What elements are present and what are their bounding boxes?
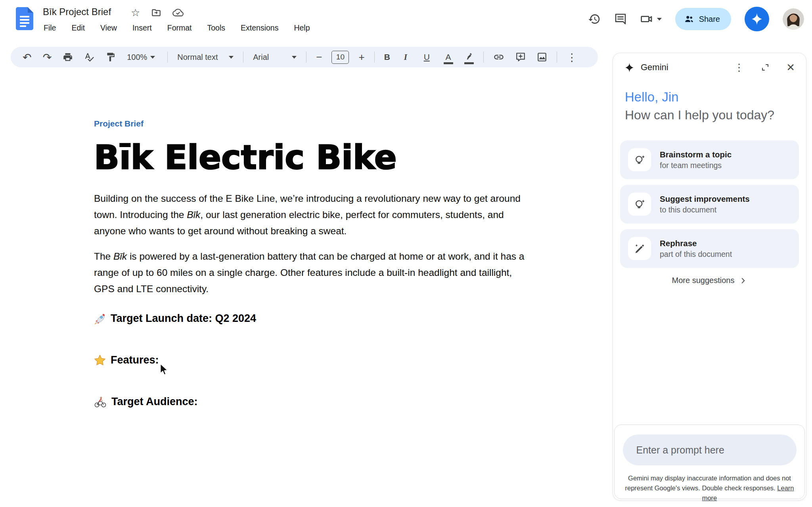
font-size-input[interactable]: 10: [331, 51, 349, 64]
document-title[interactable]: Bīk Project Brief: [43, 6, 111, 17]
undo-icon[interactable]: ↶: [21, 50, 33, 64]
comments-icon[interactable]: [614, 13, 627, 25]
menu-extensions[interactable]: Extensions: [239, 22, 280, 34]
menu-format[interactable]: Format: [166, 22, 193, 34]
style-value: Normal text: [177, 53, 218, 62]
gemini-panel-title: Gemini: [641, 62, 668, 73]
highlight-color-button[interactable]: [463, 51, 475, 63]
chevron-right-icon: [739, 277, 747, 285]
version-history-icon[interactable]: [588, 13, 601, 25]
gemini-disclaimer: Gemini may display inaccurate informatio…: [622, 473, 797, 503]
document-canvas[interactable]: Project Brief Bīk Electric Bike Building…: [0, 67, 611, 507]
cyclist-emoji-icon: [94, 396, 107, 408]
zoom-select[interactable]: 100%: [125, 51, 159, 63]
gemini-prompt-section: Gemini may display inaccurate informatio…: [614, 425, 805, 499]
videocam-icon: [640, 13, 653, 25]
font-value: Arial: [253, 53, 269, 62]
target-audience-heading: Target Audience:: [94, 396, 534, 408]
italic-brand-name: Bīk: [113, 251, 127, 262]
user-avatar[interactable]: [783, 8, 804, 30]
suggestion-card-rephrase[interactable]: Rephrasepart of this document: [620, 229, 799, 268]
cloud-saved-icon[interactable]: [172, 7, 184, 18]
paragraph-2: The Bīk is powered by a last-generation …: [94, 248, 534, 297]
gemini-panel-header: Gemini ⋮ ✕: [613, 53, 806, 82]
gemini-expand-icon[interactable]: [760, 63, 770, 72]
lightbulb-spark-icon: [628, 148, 651, 171]
pen-spark-icon: [628, 237, 651, 260]
gemini-question: How can I help you today?: [625, 108, 774, 122]
suggestion-card-improvements[interactable]: Suggest improvementsto this document: [620, 185, 799, 224]
menu-edit[interactable]: Edit: [70, 22, 86, 34]
print-icon[interactable]: [61, 50, 75, 64]
gemini-spark-button[interactable]: [745, 7, 769, 31]
lightbulb-spark-icon: [628, 193, 651, 216]
bold-button[interactable]: B: [383, 51, 395, 63]
gemini-spark-icon: [750, 12, 764, 26]
chevron-down-icon: [657, 18, 662, 21]
italic-button[interactable]: I: [402, 51, 414, 64]
menu-insert[interactable]: Insert: [131, 22, 153, 34]
paragraph-1: Building on the success of the E Bike Li…: [94, 190, 534, 239]
spellcheck-icon[interactable]: [82, 50, 96, 64]
menu-bar: File Edit View Insert Format Tools Exten…: [42, 22, 312, 34]
text-color-button[interactable]: A: [442, 51, 455, 63]
launch-date-heading: Target Launch date: Q2 2024: [94, 312, 534, 325]
insert-image-icon[interactable]: [535, 50, 549, 64]
formatting-toolbar: ↶ ↷ 100% Normal text Arial − 10 + B I U …: [11, 47, 598, 67]
suggestion-card-brainstorm[interactable]: Brainstorm a topicfor team meetings: [620, 140, 799, 179]
decrease-font-size-button[interactable]: −: [314, 51, 324, 63]
share-button[interactable]: Share: [675, 8, 731, 30]
gemini-side-panel: Gemini ⋮ ✕ Hello, Jin How can I help you…: [613, 53, 806, 501]
google-docs-logo[interactable]: [16, 7, 33, 30]
move-to-folder-icon[interactable]: [151, 8, 161, 18]
document-heading: Bīk Electric Bike: [94, 138, 534, 177]
people-icon: [684, 14, 694, 24]
menu-view[interactable]: View: [99, 22, 119, 34]
top-bar: Bīk Project Brief ☆ File Edit View Inser…: [0, 0, 812, 43]
increase-font-size-button[interactable]: +: [357, 51, 366, 63]
menu-help[interactable]: Help: [292, 22, 311, 34]
underline-button[interactable]: U: [422, 51, 434, 63]
paint-format-icon[interactable]: [104, 50, 117, 64]
more-options-icon[interactable]: ⋮: [565, 50, 579, 64]
docs-logo-lines: [20, 16, 29, 29]
prompt-input[interactable]: [623, 434, 797, 465]
redo-icon[interactable]: ↷: [41, 50, 54, 64]
italic-brand-name: Bīk: [187, 209, 200, 220]
menu-tools[interactable]: Tools: [206, 22, 227, 34]
zoom-value: 100%: [127, 53, 147, 62]
star-document-icon[interactable]: ☆: [131, 8, 140, 18]
section-label: Project Brief: [94, 119, 534, 128]
add-comment-icon[interactable]: [514, 50, 527, 64]
menu-file[interactable]: File: [42, 22, 57, 34]
gemini-suggestion-cards: Brainstorm a topicfor team meetings Sugg…: [620, 140, 799, 268]
gemini-spark-icon: [624, 62, 635, 73]
gemini-greeting: Hello, Jin: [625, 90, 774, 105]
meet-presentation-control[interactable]: [640, 13, 662, 25]
paragraph-style-select[interactable]: Normal text: [176, 51, 235, 63]
rocket-emoji-icon: [94, 313, 106, 325]
docs-logo-fold: [28, 7, 33, 13]
gemini-close-icon[interactable]: ✕: [786, 61, 795, 74]
font-select[interactable]: Arial: [251, 51, 298, 63]
star-emoji-icon: [94, 354, 106, 366]
insert-link-icon[interactable]: [492, 50, 506, 64]
gemini-more-options-icon[interactable]: ⋮: [734, 61, 744, 74]
more-suggestions-link[interactable]: More suggestions: [613, 276, 806, 285]
mouse-cursor: [159, 363, 169, 376]
share-button-label: Share: [699, 15, 720, 24]
